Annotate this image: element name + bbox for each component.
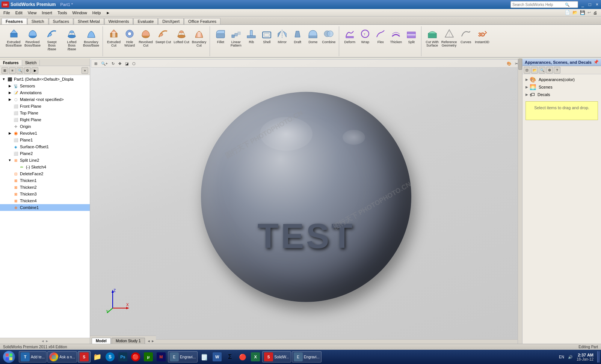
taskbar-sw[interactable]: S (78, 351, 91, 362)
menu-insert[interactable]: Insert (39, 10, 55, 15)
taskbar-red[interactable]: 🔴 (130, 351, 142, 362)
ap-item-decals[interactable]: ▶ 🏷 Decals (524, 91, 599, 98)
menu-tools[interactable]: Tools (55, 10, 70, 15)
boundary-cut-button[interactable]: BoundaryCut (191, 26, 208, 50)
panel-tab-sketch[interactable]: Sketch (22, 60, 40, 66)
taskbar-matlab[interactable]: M (155, 351, 167, 362)
wrap-button[interactable]: T Wrap (358, 26, 373, 46)
tab-evaluate[interactable]: Evaluate (133, 18, 158, 24)
thicken-button[interactable]: Thicken (388, 26, 403, 46)
taskbar-engravi1[interactable]: E Engravi... (168, 351, 198, 362)
minimize-button[interactable]: _ (580, 2, 585, 7)
ap-btn-5[interactable]: ? (554, 67, 560, 74)
tree-item-surface-offset1[interactable]: ◈ Surface-Offset1 (0, 143, 90, 150)
hole-wizard-button[interactable]: HoleWizard (122, 26, 137, 50)
new-icon[interactable]: 📄 (565, 10, 570, 15)
search-bar[interactable]: 🔍 (510, 1, 578, 8)
shell-button[interactable]: Shell (259, 26, 274, 46)
save-icon[interactable]: 💾 (580, 10, 585, 15)
tab-weldments[interactable]: Weldments (104, 18, 133, 24)
taskbar-word[interactable]: W (211, 351, 223, 362)
tab-sheet-metal[interactable]: Sheet Metal (74, 18, 104, 24)
tree-item-thicken4[interactable]: ⊠ Thicken4 (0, 197, 90, 204)
lofted-cut-button[interactable]: Lofted Cut (172, 26, 190, 46)
vp-rotate[interactable]: ↻ (110, 61, 116, 66)
tab-office[interactable]: Office Features (184, 18, 220, 24)
taskbar-sw2[interactable]: S SolidW... (262, 351, 291, 362)
fillet-button[interactable]: Fillet (213, 26, 228, 46)
reference-geometry-button[interactable]: ReferenceGeometry (440, 26, 458, 50)
boundary-boss-button[interactable]: BoundaryBoss/Base (82, 26, 100, 50)
tree-btn-3[interactable]: 🔍 (17, 67, 23, 74)
right-panel-pin[interactable]: 📌 (593, 60, 599, 65)
tree-item-top-plane[interactable]: ⬜ Top Plane (0, 110, 90, 116)
vp-view-select[interactable]: ◪ (124, 61, 130, 66)
ap-item-scenes[interactable]: ▶ 🌅 Scenes (524, 83, 599, 91)
ap-btn-4[interactable]: ⚙ (546, 67, 553, 74)
menu-file[interactable]: File (1, 10, 13, 15)
print-icon[interactable]: 🖨 (593, 11, 597, 15)
tree-item-plane2[interactable]: ⬜ Plane2 (0, 150, 90, 157)
tree-btn-expand[interactable]: » (82, 67, 88, 74)
show-desktop-button[interactable] (597, 351, 599, 362)
tree-item-right-plane[interactable]: ⬜ Right Plane (0, 116, 90, 123)
vp-display-style[interactable]: ⬡ (131, 61, 137, 66)
vp-pan[interactable]: ✥ (117, 61, 123, 66)
deform-button[interactable]: Deform (342, 26, 357, 46)
undo-icon[interactable]: ↩ (587, 10, 591, 15)
viewport[interactable]: ⊞ 🔍+ ↻ ✥ ◪ ⬡ 🎨 ✂ TEST 图行天下 PH (90, 59, 522, 344)
tree-item-thicken1[interactable]: ⊠ Thicken1 (0, 177, 90, 184)
search-input[interactable] (512, 3, 565, 7)
tab-nav-right[interactable]: ► (151, 339, 155, 343)
instant3d-button[interactable]: 3D Instant3D (474, 26, 491, 46)
taskbar-chrome[interactable]: 🌐 Ask a n... (47, 351, 77, 362)
tree-item-material[interactable]: ▶ ⬡ Material <not specified> (0, 96, 90, 103)
vp-zoom-fit[interactable]: ⊞ (93, 61, 99, 66)
close-button[interactable]: × (595, 2, 599, 7)
ap-btn-3[interactable]: 🔍 (539, 67, 545, 74)
tree-item-sketch4[interactable]: ✏ (-) Sketch4 (0, 164, 90, 170)
taskbar-folder[interactable]: 📁 (91, 351, 103, 362)
curves-button[interactable]: Curves (458, 26, 473, 46)
ap-btn-2[interactable]: 📂 (531, 67, 538, 74)
tree-item-split-line2[interactable]: ▼ ⊞ Split Line2 (0, 157, 90, 164)
extruded-boss-button[interactable]: ExtrudedBoss/Base (5, 26, 23, 50)
flex-button[interactable]: Flex (373, 26, 388, 46)
menu-help[interactable]: Help (90, 10, 104, 15)
tree-item-origin[interactable]: ✛ Origin (0, 123, 90, 130)
lofted-boss-button[interactable]: Lofted Boss/Base (62, 26, 82, 53)
tree-btn-5[interactable]: ▶ (32, 67, 38, 74)
tree-item-thicken3[interactable]: ⊠ Thicken3 (0, 191, 90, 197)
start-button[interactable] (2, 351, 18, 362)
vp-zoom-in[interactable]: 🔍+ (100, 61, 109, 66)
taskbar-engravi2[interactable]: E Engravi... (292, 351, 322, 362)
tree-item-part1[interactable]: ▼ ⬛ Part1 (Default<<Default>_Displa (0, 76, 90, 83)
tree-item-thicken2[interactable]: ⊠ Thicken2 (0, 184, 90, 191)
viewport-scrollbar-v[interactable] (518, 59, 522, 344)
tree-item-combine1[interactable]: ⊕ Combine1 (0, 204, 90, 211)
dome-button[interactable]: Dome (305, 26, 320, 46)
menu-view[interactable]: View (25, 10, 39, 15)
tab-features[interactable]: Features (2, 18, 27, 24)
taskbar-ps[interactable]: Ps (117, 351, 129, 362)
search-icon[interactable]: 🔍 (565, 3, 569, 7)
draft-button[interactable]: Draft (290, 26, 305, 46)
tab-sketch[interactable]: Sketch (27, 18, 48, 24)
mirror-button[interactable]: Mirror (275, 26, 290, 46)
maximize-button[interactable]: □ (587, 2, 592, 7)
cut-with-surface-button[interactable]: Cut WithSurface (424, 26, 440, 50)
extruded-cut-button[interactable]: ExtrudedCut (106, 26, 122, 50)
tree-item-annotations[interactable]: ▶ 📝 Annotations (0, 89, 90, 96)
rib-button[interactable]: Rib (244, 26, 259, 46)
linear-pattern-button[interactable]: LinearPattern (228, 26, 243, 50)
tab-surfaces[interactable]: Surfaces (49, 18, 73, 24)
tab-nav-left[interactable]: ◄ (147, 339, 151, 343)
revolved-cut-button[interactable]: RevolvedCut (137, 26, 154, 50)
swept-cut-button[interactable]: Swept Cut (154, 26, 172, 46)
tree-item-sensors[interactable]: ▶ 📡 Sensors (0, 83, 90, 89)
tree-item-plane1[interactable]: ⬜ Plane1 (0, 137, 90, 143)
model-tab-motion[interactable]: Motion Study 1 (112, 338, 145, 344)
taskbar-add-te[interactable]: T Add te... (19, 351, 47, 362)
panel-tab-features[interactable]: Features (0, 60, 22, 66)
v-scrollbar-thumb[interactable] (518, 59, 522, 70)
